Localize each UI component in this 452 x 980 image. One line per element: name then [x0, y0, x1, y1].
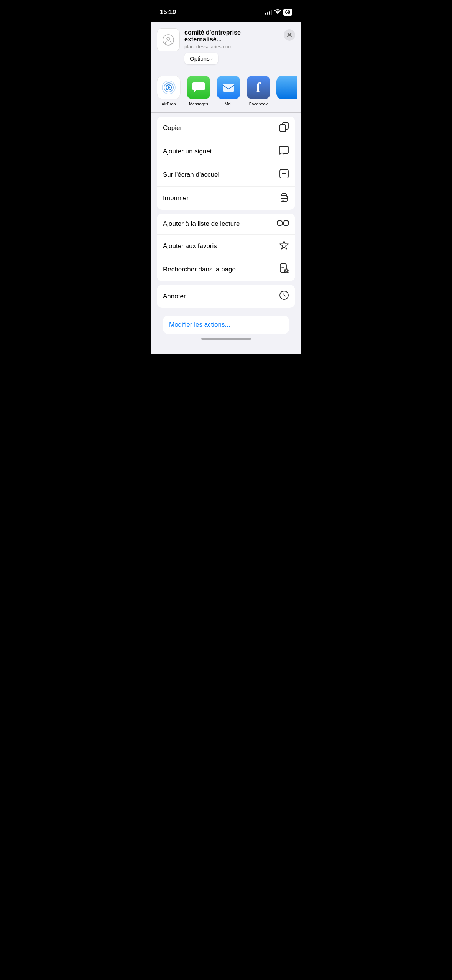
svg-point-1 — [167, 37, 170, 40]
imprimer-label: Imprimer — [163, 194, 189, 202]
ajouter-signet-label: Ajouter un signet — [163, 148, 212, 155]
messages-icon — [187, 76, 210, 99]
app-item-messages[interactable]: Messages — [185, 76, 212, 106]
mail-label: Mail — [225, 102, 232, 106]
facebook-label: Facebook — [249, 102, 268, 106]
svg-point-16 — [286, 196, 287, 197]
book-icon — [279, 145, 289, 158]
action-favoris[interactable]: Ajouter aux favoris — [157, 235, 295, 258]
signal-bars-icon — [265, 10, 272, 15]
share-header: comité d'entreprise externalisé... place… — [151, 22, 301, 69]
home-indicator — [151, 334, 301, 342]
copier-label: Copier — [163, 124, 182, 132]
site-url: placedessalaries.com — [184, 44, 279, 49]
header-info: comité d'entreprise externalisé... place… — [184, 28, 279, 64]
copy-icon — [279, 122, 289, 134]
app-item-facebook[interactable]: f Facebook — [245, 76, 272, 106]
action-annoter[interactable]: Annoter — [157, 285, 295, 308]
status-icons: 68 — [265, 9, 292, 16]
phone-frame: 15:19 68 — [151, 0, 301, 354]
action-groups: Copier Ajouter un signet — [151, 113, 301, 334]
app-item-more[interactable] — [275, 76, 297, 106]
svg-rect-15 — [282, 200, 284, 201]
search-doc-icon — [279, 263, 289, 276]
action-group-2: Ajouter à la liste de lecture Ajouter au… — [157, 214, 295, 281]
action-copier[interactable]: Copier — [157, 117, 295, 140]
home-bar — [201, 338, 251, 340]
close-button[interactable] — [284, 29, 295, 41]
more-app-icon — [276, 76, 297, 99]
options-label: Options — [190, 55, 210, 62]
annoter-label: Annoter — [163, 293, 186, 300]
action-group-1: Copier Ajouter un signet — [157, 117, 295, 210]
apps-section: AirDrop Messages — [151, 69, 301, 113]
glasses-icon — [277, 219, 289, 229]
share-sheet: comité d'entreprise externalisé... place… — [151, 22, 301, 354]
svg-rect-14 — [282, 199, 286, 199]
site-favicon — [157, 28, 180, 51]
airdrop-icon — [157, 76, 181, 99]
facebook-icon: f — [247, 76, 270, 99]
action-liste-lecture[interactable]: Ajouter à la liste de lecture — [157, 214, 295, 235]
modify-section: Modifier les actions... — [163, 316, 289, 334]
app-item-airdrop[interactable]: AirDrop — [155, 76, 182, 106]
status-bar: 15:19 68 — [151, 0, 301, 19]
apps-row: AirDrop Messages — [155, 76, 297, 106]
svg-point-5 — [168, 86, 170, 89]
action-rechercher-page[interactable]: Rechercher dans la page — [157, 258, 295, 281]
annotate-icon — [279, 290, 289, 303]
mail-icon — [217, 76, 240, 99]
svg-rect-6 — [223, 84, 234, 92]
action-ecran-accueil[interactable]: Sur l'écran d'accueil — [157, 163, 295, 187]
options-button[interactable]: Options › — [184, 53, 218, 64]
star-icon — [279, 240, 289, 252]
messages-label: Messages — [189, 102, 208, 106]
wifi-icon — [274, 9, 281, 15]
battery-icon: 68 — [283, 9, 292, 16]
add-square-icon — [279, 169, 289, 181]
action-ajouter-signet[interactable]: Ajouter un signet — [157, 140, 295, 163]
modify-actions-button[interactable]: Modifier les actions... — [169, 321, 230, 328]
action-group-3: Annoter — [157, 285, 295, 308]
liste-lecture-label: Ajouter à la liste de lecture — [163, 220, 240, 228]
app-item-mail[interactable]: Mail — [215, 76, 242, 106]
print-icon — [279, 192, 289, 204]
favoris-label: Ajouter aux favoris — [163, 242, 217, 250]
ecran-accueil-label: Sur l'écran d'accueil — [163, 171, 221, 179]
site-title: comité d'entreprise externalisé... — [184, 29, 279, 43]
rechercher-page-label: Rechercher dans la page — [163, 266, 236, 273]
airdrop-label: AirDrop — [161, 102, 176, 106]
chevron-right-icon: › — [211, 56, 213, 61]
svg-point-0 — [163, 35, 174, 45]
svg-rect-8 — [280, 125, 286, 132]
status-time: 15:19 — [160, 8, 176, 16]
svg-rect-12 — [281, 196, 287, 199]
action-imprimer[interactable]: Imprimer — [157, 187, 295, 210]
